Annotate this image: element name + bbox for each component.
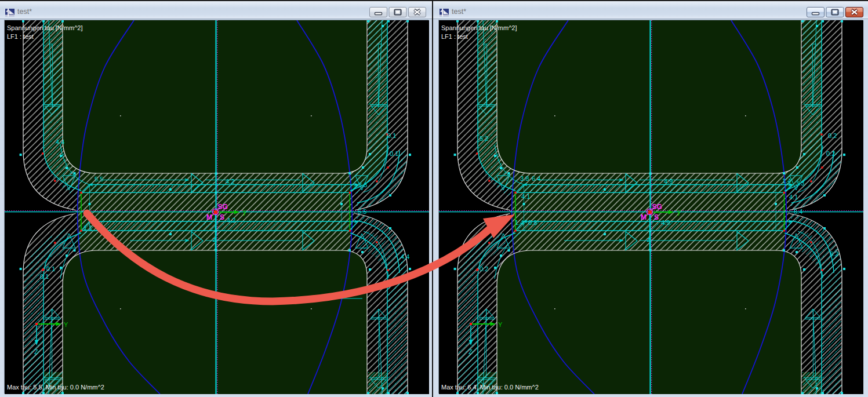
svg-text:Max tau: 6.4, Min tau: 0.0 N/m: Max tau: 6.4, Min tau: 0.0 N/mm^2 bbox=[441, 384, 539, 391]
svg-text:Y: Y bbox=[64, 321, 68, 328]
svg-text:0.2: 0.2 bbox=[480, 265, 488, 272]
svg-text:y: y bbox=[243, 207, 246, 216]
svg-text:0.2: 0.2 bbox=[828, 132, 837, 139]
svg-text:3.8: 3.8 bbox=[520, 175, 529, 182]
svg-text:5.5: 5.5 bbox=[358, 208, 366, 215]
svg-text:4.9: 4.9 bbox=[664, 178, 673, 185]
svg-text:0.1: 0.1 bbox=[40, 273, 49, 280]
svg-text:0.1: 0.1 bbox=[387, 132, 396, 139]
svg-text:0.8: 0.8 bbox=[528, 219, 537, 226]
svg-text:Z: Z bbox=[34, 348, 38, 355]
svg-text:LF1 : test: LF1 : test bbox=[441, 33, 468, 40]
svg-text:6.2: 6.2 bbox=[830, 250, 838, 257]
svg-text:6.4: 6.4 bbox=[794, 208, 802, 215]
svg-text:0.1: 0.1 bbox=[390, 150, 398, 157]
svg-text:z: z bbox=[213, 236, 216, 243]
svg-text:Spannungen tau [N/mm^2]: Spannungen tau [N/mm^2] bbox=[7, 24, 83, 31]
svg-text:z: z bbox=[647, 236, 651, 243]
svg-text:SG: SG bbox=[218, 203, 228, 211]
svg-text:1.4: 1.4 bbox=[515, 219, 524, 226]
svg-text:Max tau: 5.5, Min tau: 0.0 N/m: Max tau: 5.5, Min tau: 0.0 N/mm^2 bbox=[7, 384, 104, 391]
svg-text:LF1 : test: LF1 : test bbox=[7, 33, 34, 40]
svg-text:4.1: 4.1 bbox=[521, 193, 530, 200]
svg-text:6.4: 6.4 bbox=[532, 175, 540, 182]
svg-text:0.2: 0.2 bbox=[826, 150, 835, 157]
svg-text:4.4: 4.4 bbox=[401, 253, 409, 260]
svg-text:4.2: 4.2 bbox=[227, 217, 235, 224]
svg-text:4.9: 4.9 bbox=[661, 219, 670, 226]
svg-text:3.3: 3.3 bbox=[796, 180, 804, 187]
svg-text:1.4: 1.4 bbox=[782, 177, 791, 184]
svg-text:4.4: 4.4 bbox=[56, 139, 64, 145]
svg-text:M: M bbox=[206, 213, 212, 221]
svg-text:M: M bbox=[641, 213, 647, 221]
svg-text:5.2: 5.2 bbox=[480, 135, 488, 142]
svg-text:3.3: 3.3 bbox=[358, 181, 367, 188]
svg-text:5.5: 5.5 bbox=[95, 176, 103, 183]
svg-text:4.1: 4.1 bbox=[789, 194, 798, 201]
svg-text:Y: Y bbox=[498, 321, 503, 328]
svg-text:0.1: 0.1 bbox=[46, 265, 55, 272]
svg-text:SG: SG bbox=[652, 203, 662, 211]
svg-text:S: S bbox=[220, 213, 224, 221]
svg-text:4.2: 4.2 bbox=[226, 178, 234, 185]
svg-text:Spannungen tau [N/mm^2]: Spannungen tau [N/mm^2] bbox=[441, 24, 517, 31]
svg-text:Z: Z bbox=[468, 348, 473, 355]
svg-text:1.1: 1.1 bbox=[83, 224, 92, 231]
svg-text:y: y bbox=[677, 207, 681, 216]
svg-text:S: S bbox=[654, 213, 659, 221]
